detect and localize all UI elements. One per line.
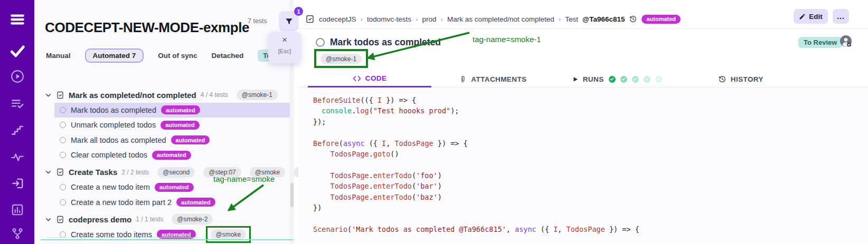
breadcrumb-item[interactable]: codeceptJS — [319, 15, 356, 23]
tab-manual[interactable]: Manual — [46, 52, 71, 60]
breadcrumb-test-id: @Ta966c815 — [582, 15, 625, 23]
automated-badge: automated — [641, 15, 681, 24]
row-divider — [47, 237, 198, 238]
close-icon[interactable]: × — [282, 35, 287, 44]
chevron-down-icon — [45, 216, 52, 223]
code-line: TodosPage.goto() — [313, 149, 868, 159]
code-icon — [353, 75, 361, 82]
history-icon — [629, 15, 637, 23]
test-status-circle-icon — [60, 152, 66, 158]
automated-badge: automated — [176, 198, 215, 207]
test-row[interactable]: Mark todos as completedautomated — [54, 103, 294, 118]
sidebar-steps-icon[interactable] — [9, 122, 26, 139]
test-list-panel: CODECEPT-NEW-MODE-exmple 7 tests 1 × [Es… — [34, 0, 294, 244]
annotation-tag-name-smoke: tag-name=smoke — [213, 174, 275, 183]
test-name: Unmark completed todos — [71, 121, 156, 129]
run-status-check-icon — [609, 76, 616, 83]
tab-automated[interactable]: Automated 7 — [85, 48, 144, 63]
breadcrumb-item[interactable]: todomvc-tests — [367, 15, 411, 23]
test-title: Mark todos as completed — [330, 37, 441, 48]
test-name: Mark all todos as completed — [71, 136, 166, 144]
list-filter-tabs: ManualAutomated 7Out of syncDetachedTo R… — [46, 47, 302, 63]
automated-badge: automated — [161, 121, 200, 130]
sidebar-menu-icon[interactable] — [9, 11, 26, 28]
suite-test-count: 1 / 1 tests — [136, 216, 163, 223]
breadcrumb: codeceptJS›todomvc-tests›prod›Mark as co… — [305, 13, 681, 25]
test-row[interactable]: Create a new todo item part 2automated — [54, 195, 294, 210]
breadcrumb-separator-icon: › — [441, 15, 444, 23]
code-line: TodosPage.enterTodo('bar') — [313, 181, 868, 191]
code-line: Before(async ({ I, TodosPage }) => { — [313, 138, 868, 149]
sidebar-activity-icon[interactable] — [9, 149, 26, 165]
test-name: Clear completed todos — [71, 151, 147, 159]
app-sidebar — [0, 0, 34, 244]
test-management-app: { "colors": { "sidebar": "#5c04a8", "acc… — [0, 0, 868, 244]
test-title-row: Mark todos as completed — [316, 36, 441, 49]
suite-row[interactable]: Mark as completed/not completed4 / 4 tes… — [34, 87, 294, 103]
history-icon — [718, 75, 727, 83]
sidebar-play-circle-icon[interactable] — [9, 68, 26, 85]
breadcrumb-item[interactable]: prod — [422, 15, 437, 23]
suite-doc-icon — [56, 168, 64, 177]
breadcrumb-separator-icon: › — [416, 15, 418, 23]
tab-out-of-sync[interactable]: Out of sync — [158, 52, 197, 60]
sidebar-branch-icon[interactable] — [9, 225, 26, 242]
tab-history[interactable]: HISTORY — [679, 71, 803, 87]
filter-count-badge: 1 — [294, 7, 303, 16]
attachment-icon — [460, 75, 467, 83]
code-line: TodosPage.enterTodo('foo') — [313, 170, 868, 181]
test-tag[interactable]: @smoke — [211, 229, 247, 240]
edit-button[interactable]: Edit — [794, 9, 828, 24]
more-options-button[interactable]: ... — [833, 9, 849, 24]
tab-detached[interactable]: Detached — [212, 52, 244, 60]
breadcrumb-separator-icon: › — [559, 15, 561, 23]
test-tree: Mark as completed/not completed4 / 4 tes… — [34, 85, 294, 242]
esc-hint: [Esc] — [278, 48, 291, 54]
suite-row[interactable]: codepress demo1 / 1 tests@smoke-2 — [34, 212, 294, 227]
play-icon — [572, 76, 579, 83]
tab-attachments[interactable]: ATTACHMENTS — [431, 71, 555, 87]
test-row[interactable]: Unmark completed todosautomated — [54, 118, 294, 133]
suite-name: codepress demo — [69, 215, 131, 224]
test-status-circle-icon — [60, 107, 66, 113]
drop-indicator-line — [41, 239, 293, 240]
sidebar-check-icon[interactable] — [9, 43, 26, 60]
suite-tag[interactable]: @smoke-2 — [172, 214, 213, 225]
avatar[interactable] — [839, 35, 852, 47]
test-status-circle-icon — [60, 122, 66, 128]
highlighted-tag-box: @smoke-1 — [314, 49, 368, 68]
test-row[interactable]: Mark all todos as completedautomated — [54, 133, 294, 148]
sidebar-list-check-icon[interactable] — [9, 95, 26, 112]
tab-code[interactable]: CODE — [308, 71, 431, 87]
tab-label: ATTACHMENTS — [471, 75, 526, 83]
test-row[interactable]: Clear completed todosautomated — [54, 148, 294, 163]
breadcrumb-item[interactable]: Mark as completed/not completed — [447, 15, 554, 23]
breadcrumb-separator-icon: › — [361, 15, 363, 23]
test-tag[interactable]: @smoke-1 — [320, 54, 362, 64]
filter-popup: × [Esc] — [268, 32, 301, 63]
suite-test-count: 4 / 4 tests — [201, 91, 228, 99]
project-title: CODECEPT-NEW-MODE-exmple — [45, 19, 249, 36]
code-line: console.log("Test hoooks prod"); — [313, 105, 868, 116]
tests-count: 7 tests — [248, 17, 267, 25]
suite-tag[interactable]: @second — [157, 167, 195, 178]
tab-runs[interactable]: RUNS — [555, 71, 679, 87]
sidebar-chart-icon[interactable] — [9, 201, 26, 218]
test-status-circle-icon — [60, 184, 66, 190]
pencil-icon — [799, 13, 806, 20]
left-scrollbar-thumb[interactable] — [290, 183, 294, 207]
test-name: Create a new todo item — [71, 183, 150, 191]
code-line: BeforeSuite(({ I }) => { — [313, 95, 868, 105]
chevron-down-icon — [45, 92, 52, 99]
run-status-check-icon — [644, 76, 650, 83]
test-status-circle-icon — [60, 231, 66, 238]
tab-label: HISTORY — [731, 75, 763, 83]
sidebar-login-icon[interactable] — [9, 175, 26, 192]
run-status-check-icon — [632, 76, 639, 83]
breadcrumb-item[interactable]: Test — [565, 15, 578, 23]
code-line: TodosPage.enterTodo('baz') — [313, 192, 868, 202]
test-status-circle-icon — [316, 38, 325, 47]
code-line — [313, 159, 868, 170]
suite-tag[interactable]: @smoke-1 — [237, 90, 278, 100]
suite-name: Create Tasks — [69, 168, 117, 177]
